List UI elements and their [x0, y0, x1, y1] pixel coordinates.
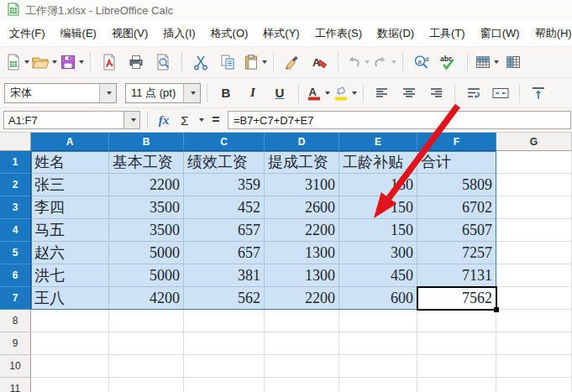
- cell-C5[interactable]: 657: [184, 242, 265, 264]
- cell-G11[interactable]: [496, 378, 572, 392]
- font-name-dropdown-button[interactable]: [99, 84, 116, 102]
- redo-button[interactable]: [371, 50, 396, 74]
- cell-F10[interactable]: [417, 355, 496, 378]
- cell-A9[interactable]: [31, 332, 109, 355]
- cell-C4[interactable]: 657: [184, 219, 265, 242]
- cell-E9[interactable]: [339, 332, 417, 355]
- menu-item-format[interactable]: 格式(O): [203, 22, 256, 45]
- autosum-button[interactable]: Σ: [176, 110, 194, 130]
- underline-button[interactable]: U: [267, 81, 292, 105]
- align-top-button[interactable]: [526, 81, 551, 105]
- cell-A5[interactable]: 赵六: [31, 242, 109, 264]
- cell-B1[interactable]: 基本工资: [109, 151, 184, 174]
- chevron-down-icon[interactable]: [352, 91, 357, 95]
- cell-B9[interactable]: [109, 332, 184, 355]
- name-box-dropdown-button[interactable]: [123, 111, 140, 129]
- cell-E7[interactable]: 600: [339, 287, 417, 310]
- cell-A3[interactable]: 李四: [31, 196, 109, 219]
- cell-A8[interactable]: [31, 310, 109, 332]
- clone-formatting-button[interactable]: [280, 50, 305, 74]
- cell-C6[interactable]: 381: [184, 264, 265, 287]
- menu-item-insert[interactable]: 插入(I): [155, 22, 202, 45]
- cell-C8[interactable]: [184, 310, 265, 332]
- cell-B11[interactable]: [109, 378, 184, 392]
- cell-D2[interactable]: 3100: [265, 174, 339, 196]
- cell-D5[interactable]: 1300: [265, 242, 339, 264]
- insert-rows-button[interactable]: [474, 50, 499, 74]
- cell-B6[interactable]: 5000: [109, 264, 184, 287]
- italic-button[interactable]: I: [240, 81, 265, 105]
- cell-B5[interactable]: 5000: [109, 242, 184, 264]
- cell-C3[interactable]: 452: [184, 196, 265, 219]
- row-header-3[interactable]: 3: [0, 196, 31, 219]
- cell-F4[interactable]: 6507: [417, 219, 496, 242]
- clear-formatting-button[interactable]: A: [307, 50, 332, 74]
- cell-G10[interactable]: [496, 355, 572, 378]
- cell-D10[interactable]: [265, 355, 339, 378]
- cell-C7[interactable]: 562: [184, 287, 265, 310]
- cell-F5[interactable]: 7257: [417, 242, 496, 264]
- open-button[interactable]: [31, 50, 57, 74]
- insert-columns-button[interactable]: [501, 50, 526, 74]
- cell-A11[interactable]: [31, 378, 109, 392]
- cell-E1[interactable]: 工龄补贴: [339, 151, 417, 174]
- cell-G9[interactable]: [496, 332, 572, 355]
- cell-A1[interactable]: 姓名: [31, 151, 109, 174]
- function-wizard-button[interactable]: fx: [155, 110, 173, 130]
- menu-item-tools[interactable]: 工具(T): [422, 22, 473, 45]
- cell-E2[interactable]: 150: [339, 174, 417, 196]
- cell-B10[interactable]: [109, 355, 184, 378]
- cell-B4[interactable]: 3500: [109, 219, 184, 242]
- column-header-D[interactable]: D: [265, 133, 339, 151]
- cell-F9[interactable]: [417, 332, 496, 355]
- row-header-4[interactable]: 4: [0, 219, 31, 242]
- chevron-down-icon[interactable]: [52, 60, 57, 64]
- chevron-down-icon[interactable]: [262, 60, 267, 64]
- cell-A10[interactable]: [31, 355, 109, 378]
- cell-D8[interactable]: [265, 310, 339, 332]
- cell-D3[interactable]: 2600: [265, 196, 339, 219]
- row-header-1[interactable]: 1: [0, 151, 31, 174]
- cell-A4[interactable]: 马五: [31, 219, 109, 242]
- menu-item-help[interactable]: 帮助(H): [527, 22, 572, 45]
- row-header-2[interactable]: 2: [0, 174, 31, 196]
- cell-F6[interactable]: 7131: [417, 264, 496, 287]
- row-header-10[interactable]: 10: [0, 355, 31, 378]
- cell-E8[interactable]: [339, 310, 417, 332]
- select-all-corner[interactable]: [0, 133, 31, 151]
- menu-item-data[interactable]: 数据(D): [370, 22, 422, 45]
- find-replace-button[interactable]: ad: [409, 50, 434, 74]
- cell-F11[interactable]: [417, 378, 496, 392]
- cell-E3[interactable]: 150: [339, 196, 417, 219]
- column-header-A[interactable]: A: [31, 133, 109, 151]
- column-header-B[interactable]: B: [109, 133, 184, 151]
- wrap-text-button[interactable]: [461, 81, 486, 105]
- cell-F8[interactable]: [417, 310, 496, 332]
- chevron-down-icon[interactable]: [365, 60, 370, 64]
- cell-G3[interactable]: [496, 196, 572, 219]
- menu-item-edit[interactable]: 编辑(E): [53, 22, 104, 45]
- cell-F3[interactable]: 6702: [417, 196, 496, 219]
- chevron-down-icon[interactable]: [391, 60, 396, 64]
- cell-F7[interactable]: 7562: [417, 287, 496, 310]
- copy-button[interactable]: [215, 50, 240, 74]
- cell-C2[interactable]: 359: [184, 174, 265, 196]
- menu-item-view[interactable]: 视图(V): [104, 22, 155, 45]
- cell-G1[interactable]: [496, 151, 572, 174]
- cell-D1[interactable]: 提成工资: [265, 151, 339, 174]
- cell-E10[interactable]: [339, 355, 417, 378]
- cell-G5[interactable]: [496, 242, 572, 264]
- cell-D7[interactable]: 2200: [265, 287, 339, 310]
- print-button[interactable]: [123, 50, 149, 74]
- cell-B8[interactable]: [109, 310, 184, 332]
- align-right-button[interactable]: [423, 81, 449, 105]
- column-header-G[interactable]: G: [496, 133, 572, 151]
- chevron-down-icon[interactable]: [325, 91, 330, 95]
- cell-G6[interactable]: [496, 264, 572, 287]
- row-header-6[interactable]: 6: [0, 264, 31, 287]
- formula-equals-button[interactable]: =: [207, 110, 225, 130]
- autosum-dropdown-icon[interactable]: [199, 118, 204, 122]
- cell-C1[interactable]: 绩效工资: [184, 151, 265, 174]
- cell-C11[interactable]: [184, 378, 265, 392]
- cell-E5[interactable]: 300: [339, 242, 417, 264]
